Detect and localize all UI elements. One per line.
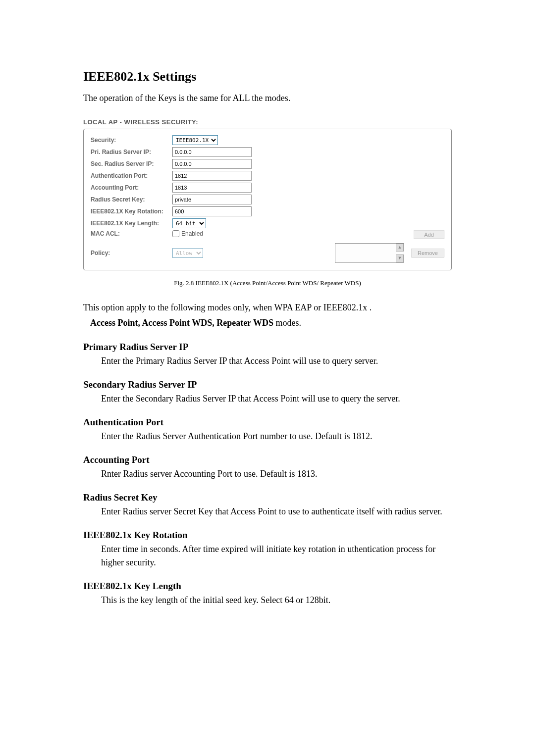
section-5: IEEE802.1x Key Rotation Enter time in se… xyxy=(83,530,452,568)
panel-header: LOCAL AP - WIRELESS SECURITY: xyxy=(83,118,452,126)
section-0: Primary Radius Server IP Enter the Prima… xyxy=(83,342,452,367)
sec-radius-input[interactable] xyxy=(172,159,252,169)
mac-acl-checkbox-label: Enabled xyxy=(181,230,203,237)
key-rotation-input[interactable] xyxy=(172,206,252,216)
section-desc: This is the key length of the initial se… xyxy=(83,594,452,606)
page-title: IEEE802.1x Settings xyxy=(83,69,452,84)
sec-radius-label: Sec. Radius Server IP: xyxy=(91,160,172,167)
policy-select[interactable]: Allow xyxy=(172,248,203,258)
mac-listbox[interactable]: ▲ ▼ xyxy=(335,243,404,263)
option-text-line1: This option apply to the following modes… xyxy=(83,301,452,314)
mac-acl-label: MAC ACL: xyxy=(91,230,172,237)
scroll-up-icon[interactable]: ▲ xyxy=(396,244,404,252)
scroll-down-icon[interactable]: ▼ xyxy=(396,254,404,262)
panel-box: Security: IEEE802.1X Pri. Radius Server … xyxy=(83,129,452,270)
intro-text: The operation of the Keys is the same fo… xyxy=(83,93,452,103)
figure-caption: Fig. 2.8 IEEE802.1X (Access Point/Access… xyxy=(83,279,452,287)
option-text-line2: Access Point, Access Point WDS, Repeater… xyxy=(83,316,452,330)
key-length-select[interactable]: 64 bit xyxy=(172,218,206,228)
secret-key-label: Radius Secret Key: xyxy=(91,196,172,203)
section-heading: Accounting Port xyxy=(83,454,452,465)
section-heading: IEEE802.1x Key Length xyxy=(83,581,452,592)
security-label: Security: xyxy=(91,137,172,144)
section-2: Authentication Port Enter the Radius Ser… xyxy=(83,417,452,443)
key-rotation-label: IEEE802.1X Key Rotation: xyxy=(91,208,172,215)
policy-label: Policy: xyxy=(91,250,172,256)
remove-button[interactable]: Remove xyxy=(411,249,444,257)
section-heading: Secondary Radius Server IP xyxy=(83,379,452,390)
section-heading: Radius Secret Key xyxy=(83,492,452,503)
add-button[interactable]: Add xyxy=(414,230,444,239)
secret-key-input[interactable] xyxy=(172,195,252,204)
auth-port-input[interactable] xyxy=(172,171,252,181)
security-panel: LOCAL AP - WIRELESS SECURITY: Security: … xyxy=(83,118,452,270)
section-desc: Enter time in seconds. After time expire… xyxy=(83,543,452,568)
mac-acl-checkbox[interactable] xyxy=(172,230,179,237)
option-text-bold: Access Point, Access Point WDS, Repeater… xyxy=(90,318,273,328)
section-desc: Enter the Secondary Radius Server IP tha… xyxy=(83,392,452,405)
section-desc: Enter the Radius Server Authentication P… xyxy=(83,430,452,443)
section-heading: Primary Radius Server IP xyxy=(83,342,452,353)
acct-port-input[interactable] xyxy=(172,183,252,193)
section-desc: Enter the Primary Radius Server IP that … xyxy=(83,354,452,367)
section-heading: IEEE802.1x Key Rotation xyxy=(83,530,452,541)
section-4: Radius Secret Key Enter Radius server Se… xyxy=(83,492,452,518)
section-3: Accounting Port Rnter Radius server Acco… xyxy=(83,454,452,480)
option-text-tail: modes. xyxy=(273,318,301,328)
section-6: IEEE802.1x Key Length This is the key le… xyxy=(83,581,452,606)
acct-port-label: Accounting Port: xyxy=(91,184,172,191)
section-desc: Enter Radius server Secret Key that Acce… xyxy=(83,505,452,518)
auth-port-label: Authentication Port: xyxy=(91,172,172,179)
section-heading: Authentication Port xyxy=(83,417,452,428)
pri-radius-label: Pri. Radius Server IP: xyxy=(91,149,172,155)
section-1: Secondary Radius Server IP Enter the Sec… xyxy=(83,379,452,405)
key-length-label: IEEE802.1X Key Length: xyxy=(91,220,172,227)
security-select[interactable]: IEEE802.1X xyxy=(172,135,218,145)
pri-radius-input[interactable] xyxy=(172,147,252,157)
section-desc: Rnter Radius server Accounting Port to u… xyxy=(83,467,452,480)
